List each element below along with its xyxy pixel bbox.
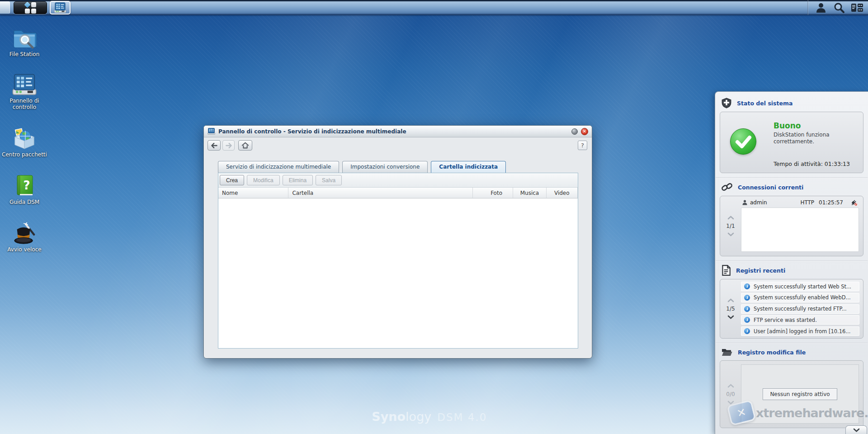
synology-dsm-logo: SynologyDSM 4.0: [372, 410, 487, 424]
info-icon: i: [744, 306, 750, 312]
no-active-log-label: Nessun registro attivo: [763, 388, 837, 400]
desktop-icon-package-center[interactable]: Centro pacchetti: [2, 127, 47, 158]
system-status-header: Stato del sistema: [715, 95, 868, 111]
desktop-icon-label: Guida DSM: [9, 199, 39, 205]
status-good-icon: [730, 128, 756, 155]
tab-cartella-indicizzata[interactable]: Cartella indicizzata: [431, 161, 506, 173]
watermark-text: xtremehardware.com: [756, 406, 868, 420]
taskbar: [0, 0, 868, 15]
control-panel-window: Pannello di controllo - Servizio di indi…: [203, 125, 592, 359]
desktop-icon-label: Avvio veloce: [7, 246, 41, 253]
system-health-widget: Stato del sistema Buono DiskStation funz…: [715, 91, 868, 434]
column-header-video[interactable]: Video: [547, 188, 578, 198]
connection-time: 01:25:57: [819, 199, 843, 206]
page-down-icon[interactable]: [727, 315, 734, 319]
tab-strip: Servizio di indicizzazione multimediale …: [218, 161, 578, 173]
widget-collapse-tab[interactable]: [845, 425, 867, 434]
info-icon: i: [744, 295, 750, 301]
home-button[interactable]: [238, 140, 252, 151]
watermark-x-logo: ✕: [726, 400, 756, 426]
column-header-cartella[interactable]: Cartella: [288, 188, 473, 198]
modifica-button[interactable]: Modifica: [247, 175, 280, 185]
taskbar-separator: [807, 0, 808, 15]
widget-section-title: Registro modifica file: [738, 349, 806, 356]
log-list: iSystem successfully started Web St... i…: [741, 279, 863, 338]
taskbar-right-group: [807, 0, 866, 15]
open-folder-icon: [721, 347, 733, 357]
back-button[interactable]: [208, 140, 221, 151]
page-up-icon[interactable]: [727, 216, 734, 220]
desktop-icon-dsm-help[interactable]: ? Guida DSM: [2, 174, 47, 205]
search-icon[interactable]: [830, 1, 848, 14]
page-down-icon[interactable]: [727, 232, 734, 236]
status-description: DiskStation funziona correttamente.: [774, 132, 848, 145]
log-entry[interactable]: iFTP service was started.: [741, 315, 859, 325]
logs-pager: 1/5: [720, 279, 741, 338]
dsm-help-book-icon: ?: [14, 174, 35, 197]
window-content: Servizio di indicizzazione multimediale …: [218, 161, 578, 349]
chevron-down-icon: [853, 428, 860, 432]
widget-section-title: Registri recenti: [736, 267, 785, 274]
page-up-icon: [727, 384, 734, 388]
table-header: Nome Cartella Foto Musica Video: [218, 188, 578, 198]
close-button[interactable]: ✕: [581, 128, 588, 135]
main-menu-button[interactable]: [14, 1, 47, 14]
connection-row[interactable]: admin HTTP 01:25:57: [741, 198, 859, 208]
connections-list-area: [741, 208, 859, 252]
log-entry[interactable]: iUser [admin] logged in from [10.16...: [741, 326, 859, 336]
file-log-header: Registro modifica file: [715, 345, 868, 359]
desktop-icon-quick-start[interactable]: Avvio veloce: [2, 222, 47, 253]
crea-button[interactable]: Crea: [220, 175, 244, 185]
uptime-text: Tempo di attività: 01:33:13: [774, 160, 850, 167]
desktop-icon-control-panel[interactable]: Pannello di controllo: [2, 74, 47, 110]
status-value: Buono: [774, 121, 859, 130]
tab-impostazioni-conversione[interactable]: Impostazioni conversione: [342, 161, 428, 173]
control-panel-icon: [12, 74, 37, 95]
table-body-empty[interactable]: [218, 198, 578, 348]
tab-panel: Crea Modifica Elimina Salva Nome Cartell…: [218, 173, 578, 349]
widget-divider: [716, 177, 868, 178]
column-header-nome[interactable]: Nome: [218, 188, 288, 198]
widget-divider: [716, 260, 868, 261]
log-entry[interactable]: iSystem successfully started Web St...: [741, 282, 859, 291]
quick-start-hat-icon: [12, 222, 37, 244]
desktop-icon-label: Pannello di controllo: [2, 98, 47, 110]
info-icon: i: [744, 283, 750, 289]
salva-button[interactable]: Salva: [316, 175, 342, 185]
xtremehardware-watermark: ✕ xtremehardware.com: [729, 402, 868, 423]
tab-servizio-indicizzazione[interactable]: Servizio di indicizzazione multimediale: [218, 161, 339, 173]
column-header-foto[interactable]: Foto: [480, 188, 513, 198]
window-nav-row: [204, 138, 592, 153]
connections-panel: 1/1 admin HTTP 01:25:57: [720, 196, 863, 256]
desktop-icon-list: File Station Pannello di controllo: [2, 26, 47, 253]
widget-divider: [716, 343, 868, 344]
user-icon[interactable]: [812, 1, 830, 14]
column-header-filler: [473, 188, 480, 198]
page-up-icon[interactable]: [727, 298, 734, 302]
pilot-view-icon[interactable]: [848, 1, 866, 14]
connections-pager: 1/1: [720, 196, 741, 256]
widget-section-title: Stato del sistema: [737, 100, 793, 107]
user-mini-icon: [742, 200, 747, 205]
control-panel-window-icon: [54, 2, 66, 13]
show-desktop-button[interactable]: [0, 1, 10, 14]
log-entry[interactable]: iSystem successfully enabled WebD...: [741, 293, 859, 302]
help-button[interactable]: ?: [578, 141, 587, 150]
widget-section-title: Connessioni correnti: [738, 184, 803, 191]
taskbar-item-control-panel[interactable]: [50, 1, 71, 14]
elimina-button[interactable]: Elimina: [283, 175, 313, 185]
forward-button[interactable]: [222, 140, 235, 151]
log-entry[interactable]: iSystem successfully restarted FTP...: [741, 304, 859, 314]
logo-text-bold: Syno: [372, 410, 406, 424]
column-header-musica[interactable]: Musica: [513, 188, 546, 198]
window-titlebar[interactable]: Pannello di controllo - Servizio di indi…: [204, 126, 592, 137]
desktop-icon-label: Centro pacchetti: [2, 151, 47, 158]
desktop-icon-file-station[interactable]: File Station: [2, 26, 47, 57]
info-icon: i: [744, 328, 750, 334]
toolbar: Crea Modifica Elimina Salva: [218, 173, 578, 188]
shield-cross-icon: [721, 98, 732, 108]
page-indicator: 1/5: [726, 306, 735, 312]
folder-search-icon: [12, 26, 37, 49]
minimize-sphere-button[interactable]: [571, 128, 578, 135]
disconnect-icon[interactable]: [850, 199, 858, 206]
